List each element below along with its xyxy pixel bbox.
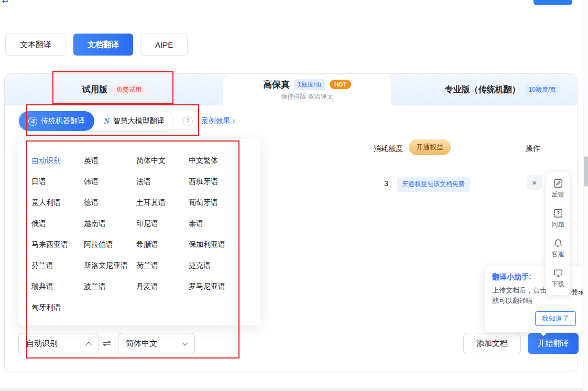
translate-icon: 译 (28, 117, 37, 126)
swap-languages-icon[interactable]: ⇌ (103, 337, 111, 349)
add-document-button[interactable]: 添加文档 (463, 333, 521, 354)
assistant-text-line2: 就可以翻译啦 (492, 296, 576, 306)
column-header-action: 操作 (526, 144, 540, 154)
language-option[interactable]: 德语 (84, 198, 136, 208)
language-option[interactable]: 瑞典语 (31, 282, 84, 291)
language-option[interactable]: 保加利亚语 (189, 240, 252, 249)
mode-llm-button[interactable]: N 智慧大模型翻译 (94, 111, 174, 131)
feedback-label: 反馈 (552, 190, 564, 199)
language-option[interactable]: 荷兰语 (136, 261, 189, 270)
scrollbar-thumb[interactable] (584, 156, 588, 187)
source-language-select[interactable]: 自动识别 (18, 333, 99, 354)
language-option[interactable]: 俄语 (31, 219, 84, 229)
tab-document-translation[interactable]: 文档翻译 (73, 34, 133, 56)
question-label: 问题 (552, 220, 564, 229)
tab-aipe[interactable]: AIPE (140, 34, 188, 56)
download-button[interactable]: 下载 (552, 268, 564, 289)
engine-mode-row: 译 传统机器翻译 N 智慧大模型翻译 ? 案例效果 › (18, 111, 235, 131)
tab-pro-plan[interactable]: 专业版（传统机翻） 10额度/页 (391, 74, 577, 105)
hifi-price-badge: 1额度/页 (294, 79, 325, 90)
pro-price-badge: 10额度/页 (525, 84, 560, 95)
question-button[interactable]: ? 问题 (552, 208, 564, 229)
mode-traditional-mt-button[interactable]: 译 传统机器翻译 (19, 111, 94, 131)
language-option[interactable]: 意大利语 (31, 198, 84, 208)
customer-service-button[interactable]: 客服 (552, 238, 564, 259)
document-credits-value: 3 (384, 179, 388, 188)
page-bottom-edge (0, 388, 588, 391)
document-translation-page: ↩ 文本翻译 文档翻译 AIPE 试用版 免费试用 高保真 1额度/页 HOT … (0, 0, 588, 391)
language-option[interactable]: 葡萄牙语 (189, 198, 252, 208)
question-icon: ? (553, 208, 563, 219)
language-option[interactable]: 土耳其语 (136, 198, 189, 208)
language-option[interactable]: 日语 (31, 177, 84, 187)
language-option[interactable]: 罗马尼亚语 (189, 282, 252, 291)
language-grid: 自动识别 英语 简体中文 中文繁体 日语 韩语 法语 西班牙语 意大利语 德语 … (31, 150, 260, 318)
back-arrow-icon[interactable]: ↩ (2, 0, 8, 6)
hifi-plan-title: 高保真 (263, 79, 290, 91)
llm-icon: N (104, 117, 110, 126)
language-option[interactable]: 匈牙利语 (31, 303, 84, 312)
pro-plan-title: 专业版（传统机翻） (445, 84, 520, 95)
floating-side-toolbar: 反馈 ? 问题 客服 下载 (546, 172, 570, 295)
download-label: 下载 (552, 280, 564, 289)
language-option[interactable]: 中文繁体 (189, 156, 252, 166)
feedback-button[interactable]: 反馈 (552, 178, 564, 199)
chevron-down-icon (182, 340, 188, 345)
monitor-icon (553, 268, 563, 278)
bell-icon (553, 238, 563, 248)
remove-document-button[interactable]: × (527, 175, 542, 190)
tab-trial-plan[interactable]: 试用版 免费试用 (5, 74, 223, 105)
hifi-plan-subtitle: 保持排版 双语译文 (281, 92, 333, 101)
benefit-free-badge[interactable]: 开通权益包该文档免费 (397, 177, 470, 192)
activate-benefits-button[interactable]: 开通权益 (409, 139, 451, 155)
language-option[interactable]: 英语 (84, 156, 136, 166)
translation-type-tabs: 文本翻译 文档翻译 AIPE (5, 34, 188, 56)
target-language-select[interactable]: 简体中文 (118, 333, 195, 354)
language-option[interactable]: 印尼语 (136, 219, 189, 229)
assistant-confirm-button[interactable]: 我知道了 (535, 311, 576, 326)
target-language-value: 简体中文 (126, 339, 157, 349)
source-language-value: 自动识别 (26, 339, 58, 349)
engine-mode-toggle: 译 传统机器翻译 N 智慧大模型翻译 (18, 111, 175, 132)
tab-text-translation[interactable]: 文本翻译 (5, 34, 66, 56)
hifi-plan-header: 高保真 1额度/页 HOT (263, 79, 351, 91)
mode-llm-label: 智慧大模型翻译 (113, 116, 165, 126)
language-option[interactable]: 芬兰语 (31, 261, 84, 270)
customer-service-label: 客服 (552, 250, 564, 259)
start-translation-button[interactable]: 开始翻译 (528, 333, 579, 354)
help-icon[interactable]: ? (183, 116, 193, 126)
trial-plan-title: 试用版 (82, 84, 107, 95)
language-option[interactable]: 自动识别 (31, 156, 84, 166)
chevron-up-icon (85, 342, 91, 347)
top-right-button[interactable] (533, 0, 572, 5)
language-option[interactable]: 简体中文 (136, 156, 189, 166)
language-option[interactable]: 越南语 (84, 219, 136, 229)
case-examples-link[interactable]: 案例效果 › (201, 116, 235, 126)
language-option[interactable]: 阿拉伯语 (84, 240, 136, 249)
language-option[interactable]: 泰语 (189, 219, 252, 229)
language-option[interactable]: 希腊语 (136, 240, 189, 249)
language-option[interactable]: 西班牙语 (189, 177, 252, 187)
tab-hifi-plan[interactable]: 高保真 1额度/页 HOT 保持排版 双语译文 (223, 74, 391, 105)
language-option[interactable]: 韩语 (84, 177, 136, 187)
column-header-credits: 消耗额度 (374, 144, 403, 154)
mode-traditional-label: 传统机器翻译 (41, 116, 85, 126)
trial-free-badge: 免费试用 (112, 84, 146, 95)
plan-tabs: 试用版 免费试用 高保真 1额度/页 HOT 保持排版 双语译文 专业版（传统机… (5, 74, 577, 105)
language-option[interactable]: 丹麦语 (136, 282, 189, 291)
language-option[interactable]: 法语 (136, 177, 189, 187)
language-option[interactable]: 捷克语 (189, 261, 252, 270)
feedback-icon (553, 178, 563, 189)
hot-badge: HOT (330, 80, 351, 89)
language-dropdown-panel: 自动识别 英语 简体中文 中文繁体 日语 韩语 法语 西班牙语 意大利语 德语 … (18, 139, 260, 325)
language-option[interactable]: 马来西亚语 (31, 240, 84, 249)
language-option[interactable]: 波兰语 (84, 282, 136, 291)
language-option[interactable]: 斯洛文尼亚语 (84, 261, 136, 270)
scrollbar-track (583, 0, 588, 391)
svg-text:?: ? (556, 211, 559, 216)
